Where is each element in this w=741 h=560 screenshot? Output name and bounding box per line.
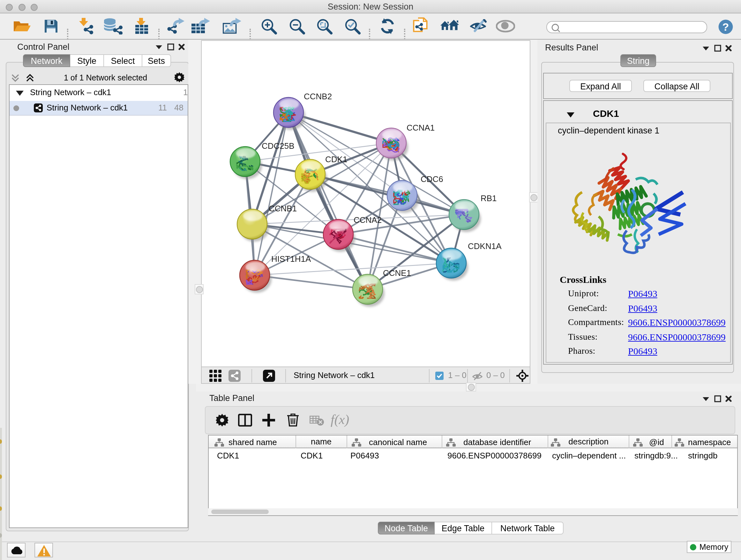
svg-text:CCNA2: CCNA2 — [354, 215, 382, 225]
svg-text:CDKN1A: CDKN1A — [468, 241, 502, 251]
svg-text:CCNE1: CCNE1 — [383, 268, 411, 278]
svg-text:CCNB2: CCNB2 — [304, 91, 332, 101]
svg-text:HIST1H1A: HIST1H1A — [271, 254, 311, 264]
svg-text:RB1: RB1 — [481, 193, 497, 203]
svg-text:?: ? — [723, 21, 729, 33]
svg-text:CDC6: CDC6 — [421, 174, 443, 184]
svg-text:CCNA1: CCNA1 — [407, 123, 434, 132]
svg-text:CDC25B: CDC25B — [262, 141, 294, 151]
svg-text:CCNB1: CCNB1 — [269, 204, 297, 213]
svg-text:CDK1: CDK1 — [325, 154, 347, 164]
